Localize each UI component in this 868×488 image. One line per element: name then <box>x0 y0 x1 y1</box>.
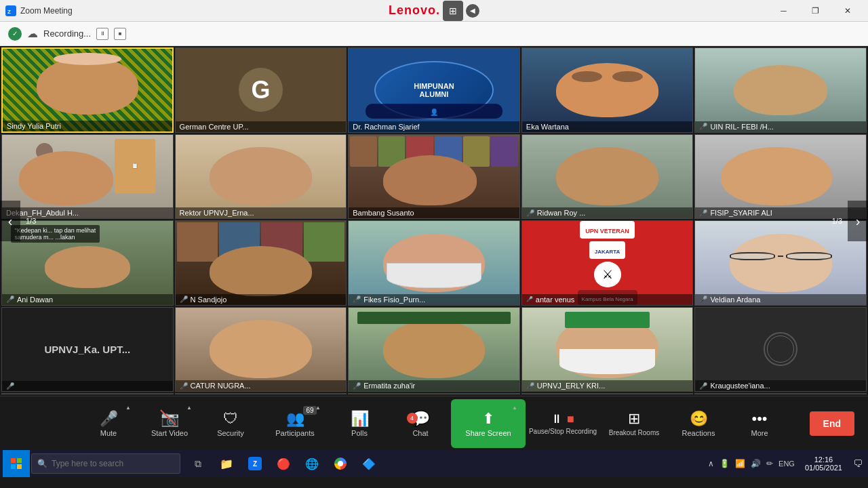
notification-button[interactable]: 🗨 <box>848 450 868 477</box>
video-tile[interactable]: Sindy Yulia Putri <box>1 47 174 133</box>
zoom-taskbar-icon[interactable]: Z <box>241 450 269 477</box>
participant-name: Kraugustee'iana... <box>710 382 770 390</box>
video-grid: Sindy Yulia Putri G German Centre UP... … <box>0 46 868 396</box>
next-page-button[interactable]: › <box>848 201 868 241</box>
video-tile[interactable]: 🎤 Ridwan Roy ... <box>521 134 694 220</box>
start-video-button[interactable]: 📷 ▲ Start Video <box>139 399 200 448</box>
prev-page-button[interactable]: ‹ <box>0 201 20 241</box>
security-button[interactable]: 🛡 Security <box>200 399 261 448</box>
app7-icon: 🔷 <box>362 458 376 470</box>
participant-name: antar venus <box>536 296 574 304</box>
mute-icon-container: 🎤 <box>100 410 118 428</box>
video-tile[interactable]: 🎤 Fikes Fisio_Purn... <box>348 220 520 306</box>
video-tile[interactable]: 🎤 subakdi upn <box>348 393 520 394</box>
polls-icon: 📊 <box>351 410 369 428</box>
participant-label: 🎤 Veldian Ardana <box>695 294 866 305</box>
video-tile[interactable]: UPN VETERAN JAKARTA ⚔ Kampus Bela Negara… <box>521 220 694 306</box>
network-icon[interactable]: 📶 <box>733 459 747 468</box>
chevron-up-icon[interactable]: ∧ <box>706 459 716 468</box>
edge-taskbar-icon[interactable]: 🌐 <box>298 450 326 477</box>
participant-label: 🎤 UPNVJ_ERLY KRI... <box>522 380 693 391</box>
lang-indicator[interactable]: ENG <box>776 460 797 468</box>
security-icon: 🛡 <box>223 410 238 428</box>
video-tile[interactable]: 🎤 N Sandjojo <box>175 220 347 306</box>
folder-icon: 📁 <box>220 458 233 470</box>
pause-stop-recording-button[interactable]: ⏸ ⏹ Pause/Stop Recording <box>526 399 600 448</box>
participant-name: CATUR NUGRA... <box>191 382 251 390</box>
org-logo: HIMPUNANALUMNI <box>414 82 454 98</box>
participants-caret[interactable]: ▲ <box>315 405 321 411</box>
video-caret[interactable]: ▲ <box>186 405 192 411</box>
maximize-button[interactable]: ❐ <box>800 0 831 22</box>
close-button[interactable]: ✕ <box>832 0 863 22</box>
mic-off-icon: 🎤 <box>699 296 707 303</box>
video-tile[interactable]: "Kedepan ki... tap dan melihatsamudera m… <box>1 220 174 306</box>
clock[interactable]: 12:16 01/05/2021 <box>800 450 848 477</box>
video-tile[interactable]: G German Centre UP... <box>175 47 347 133</box>
video-tile[interactable]: Eka Wartana <box>521 47 694 133</box>
svg-rect-4 <box>17 458 22 463</box>
recording-text: Recording... <box>43 28 91 39</box>
search-icon: 🔍 <box>37 459 47 468</box>
video-tile[interactable]: 🎤 FISIP_SYARIF ALI <box>694 134 867 220</box>
participant-label: Dr. Rachman Sjarief <box>349 121 519 132</box>
shield-icon: ✓ <box>8 27 22 41</box>
chat-button[interactable]: 💬 4 Chat <box>390 399 451 448</box>
office-taskbar-icon[interactable]: 🔴 <box>270 450 297 477</box>
mic-off-icon: 🎤 <box>6 296 14 303</box>
video-tile[interactable]: HIMPUNANALUMNI 👤 Dr. Rachman Sjarief <box>348 47 520 133</box>
video-tile[interactable]: 🎤 Ermatita zuha'ir <box>348 307 520 392</box>
polls-button[interactable]: 📊 Polls <box>329 399 390 448</box>
mute-button[interactable]: 🎤 ▲ Mute <box>78 399 139 448</box>
participant-name: Dr. Rachman Sjarief <box>353 123 419 131</box>
start-button[interactable] <box>3 450 30 477</box>
video-tile[interactable]: Andy Sirada <box>694 393 867 394</box>
share-screen-button[interactable]: ⬆ ▲ Share Screen <box>451 399 526 448</box>
video-tile[interactable]: Iwan Erar Joesoef <box>521 393 694 394</box>
mic-off-icon: 🎤 <box>526 296 533 302</box>
video-tile[interactable]: 🎤 UIN RIL- FEBI /H... <box>694 47 867 133</box>
participant-label: 🎤 UIN RIL- FEBI /H... <box>695 121 866 132</box>
video-tile[interactable]: Bambang Susanto <box>348 134 520 220</box>
breakout-icon: ⊞ <box>628 410 640 428</box>
participants-button[interactable]: 👥 69 ▲ Participants <box>261 399 329 448</box>
video-tile[interactable]: 🎤 Kraugustee'iana... <box>694 307 867 392</box>
video-tile[interactable]: 🎤 Veldian Ardana <box>694 220 867 306</box>
share-caret[interactable]: ▲ <box>512 405 517 411</box>
video-tile[interactable]: 📋 Dekan_FH_Abdul H... <box>1 134 174 220</box>
video-tile[interactable]: 🎤 UPNVJ_ERLY KRI... <box>521 307 694 392</box>
person-in-tile: 👤 <box>430 108 438 116</box>
mute-icon: 🎤 <box>100 410 118 427</box>
date-display: 01/05/2021 <box>805 464 842 472</box>
explorer-taskbar-icon[interactable]: 📁 <box>213 450 240 477</box>
minimize-button[interactable]: ─ <box>768 0 799 22</box>
pause-recording-button[interactable]: ⏸ <box>96 28 108 40</box>
notification-icon: 🗨 <box>853 458 863 469</box>
search-bar[interactable]: 🔍 <box>31 453 180 474</box>
video-tile[interactable]: UPNVJ 🎤 UPNVJ WR-2 PRAS... <box>1 393 174 394</box>
video-tile[interactable]: 🎤 CATUR NUGRA... <box>175 307 347 392</box>
participants-icon: 👥 <box>286 410 304 427</box>
mute-label: Mute <box>100 429 117 437</box>
end-button[interactable]: End <box>810 411 854 436</box>
reactions-button[interactable]: 😊 Reactions <box>668 399 729 448</box>
more-button[interactable]: ••• More <box>729 399 790 448</box>
participant-label: 🎤 UPNVJ WR-2 PRAS... <box>2 393 173 394</box>
taskview-button[interactable]: ⧉ <box>184 450 212 477</box>
app7-taskbar-icon[interactable]: 🔷 <box>355 450 382 477</box>
participant-label: Eka Wartana <box>522 121 693 132</box>
volume-icon[interactable]: 🔊 <box>749 459 763 468</box>
video-tile[interactable]: UPNVJ_Ka. UPT... 🎤 <box>1 307 174 392</box>
search-input[interactable] <box>52 459 160 468</box>
participant-label: 🎤 CATUR NUGRA... <box>176 380 347 391</box>
breakout-rooms-button[interactable]: ⊞ Breakout Rooms <box>600 399 668 448</box>
stop-recording-button[interactable]: ■ <box>114 28 126 40</box>
video-tile[interactable]: Rektor UPNVJ_Erna... <box>175 134 347 220</box>
svg-text:Z: Z <box>7 9 11 15</box>
participant-label: 🎤 Dandy Esviyan's... <box>176 393 347 394</box>
mute-caret[interactable]: ▲ <box>125 405 131 411</box>
chrome-taskbar-icon[interactable] <box>327 450 354 477</box>
collapse-button[interactable]: ◀ <box>466 4 479 18</box>
video-tile[interactable]: 🎤 Dandy Esviyan's... <box>175 393 347 394</box>
chrome-icon <box>334 458 347 470</box>
